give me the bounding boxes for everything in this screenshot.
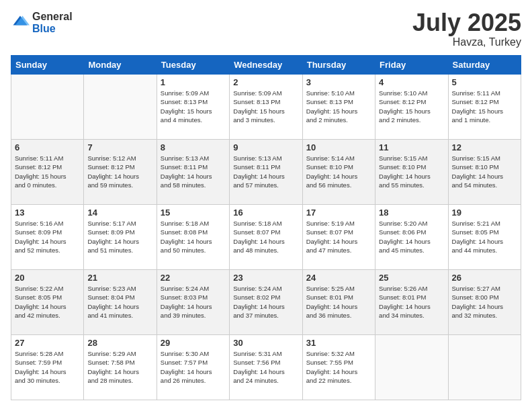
table-row: 11Sunrise: 5:15 AM Sunset: 8:10 PM Dayli… [375,140,448,205]
header-sunday: Sunday [11,56,84,75]
table-row: 31Sunrise: 5:32 AM Sunset: 7:55 PM Dayli… [302,335,375,400]
day-info: Sunrise: 5:15 AM Sunset: 8:10 PM Dayligh… [379,154,444,189]
day-info: Sunrise: 5:27 AM Sunset: 8:00 PM Dayligh… [452,284,517,320]
table-row: 2Sunrise: 5:09 AM Sunset: 8:13 PM Daylig… [230,75,302,140]
day-number: 4 [379,77,444,87]
table-row: 7Sunrise: 5:12 AM Sunset: 8:12 PM Daylig… [84,140,157,205]
day-info: Sunrise: 5:31 AM Sunset: 7:56 PM Dayligh… [233,349,298,385]
day-number: 23 [233,273,298,283]
day-info: Sunrise: 5:20 AM Sunset: 8:06 PM Dayligh… [379,219,444,255]
day-number: 31 [306,338,371,348]
day-info: Sunrise: 5:32 AM Sunset: 7:55 PM Dayligh… [306,349,371,385]
calendar-week-row: 27Sunrise: 5:28 AM Sunset: 7:59 PM Dayli… [11,335,521,400]
day-number: 13 [15,208,80,218]
day-number: 17 [306,208,371,218]
title-area: July 2025 Havza, Turkey [412,11,521,48]
day-number: 22 [161,273,226,283]
table-row: 24Sunrise: 5:25 AM Sunset: 8:01 PM Dayli… [302,270,375,335]
day-info: Sunrise: 5:30 AM Sunset: 7:57 PM Dayligh… [161,349,226,385]
day-number: 26 [452,273,517,283]
day-info: Sunrise: 5:19 AM Sunset: 8:07 PM Dayligh… [306,219,371,255]
day-info: Sunrise: 5:21 AM Sunset: 8:05 PM Dayligh… [452,219,517,255]
table-row: 8Sunrise: 5:13 AM Sunset: 8:11 PM Daylig… [157,140,229,205]
day-info: Sunrise: 5:13 AM Sunset: 8:11 PM Dayligh… [233,154,298,189]
day-info: Sunrise: 5:24 AM Sunset: 8:03 PM Dayligh… [161,284,226,320]
table-row [448,335,521,400]
table-row: 13Sunrise: 5:16 AM Sunset: 8:09 PM Dayli… [11,205,84,270]
header-thursday: Thursday [302,56,375,75]
header-tuesday: Tuesday [157,56,229,75]
table-row: 1Sunrise: 5:09 AM Sunset: 8:13 PM Daylig… [157,75,229,140]
calendar-table: Sunday Monday Tuesday Wednesday Thursday… [11,55,521,400]
table-row: 18Sunrise: 5:20 AM Sunset: 8:06 PM Dayli… [375,205,448,270]
day-number: 30 [233,338,298,348]
location: Havza, Turkey [412,36,521,48]
day-number: 2 [233,77,298,87]
day-number: 20 [15,273,80,283]
table-row: 29Sunrise: 5:30 AM Sunset: 7:57 PM Dayli… [157,335,229,400]
day-number: 12 [452,142,517,152]
table-row: 20Sunrise: 5:22 AM Sunset: 8:05 PM Dayli… [11,270,84,335]
day-number: 9 [233,142,298,152]
logo-blue: Blue [32,23,73,35]
table-row: 28Sunrise: 5:29 AM Sunset: 7:58 PM Dayli… [84,335,157,400]
calendar-week-row: 20Sunrise: 5:22 AM Sunset: 8:05 PM Dayli… [11,270,521,335]
day-info: Sunrise: 5:22 AM Sunset: 8:05 PM Dayligh… [15,284,80,320]
day-number: 6 [15,142,80,152]
day-info: Sunrise: 5:09 AM Sunset: 8:13 PM Dayligh… [233,89,298,124]
table-row: 21Sunrise: 5:23 AM Sunset: 8:04 PM Dayli… [84,270,157,335]
day-number: 3 [306,77,371,87]
day-info: Sunrise: 5:18 AM Sunset: 8:07 PM Dayligh… [233,219,298,255]
table-row [84,75,157,140]
table-row: 19Sunrise: 5:21 AM Sunset: 8:05 PM Dayli… [448,205,521,270]
day-info: Sunrise: 5:14 AM Sunset: 8:10 PM Dayligh… [306,154,371,189]
day-info: Sunrise: 5:13 AM Sunset: 8:11 PM Dayligh… [161,154,226,189]
day-info: Sunrise: 5:28 AM Sunset: 7:59 PM Dayligh… [15,349,80,385]
day-info: Sunrise: 5:25 AM Sunset: 8:01 PM Dayligh… [306,284,371,320]
day-info: Sunrise: 5:26 AM Sunset: 8:01 PM Dayligh… [379,284,444,320]
day-info: Sunrise: 5:29 AM Sunset: 7:58 PM Dayligh… [87,349,152,385]
day-number: 15 [161,208,226,218]
day-number: 1 [161,77,226,87]
calendar-week-row: 1Sunrise: 5:09 AM Sunset: 8:13 PM Daylig… [11,75,521,140]
calendar-week-row: 13Sunrise: 5:16 AM Sunset: 8:09 PM Dayli… [11,205,521,270]
header-monday: Monday [84,56,157,75]
table-row: 23Sunrise: 5:24 AM Sunset: 8:02 PM Dayli… [230,270,302,335]
table-row: 5Sunrise: 5:11 AM Sunset: 8:12 PM Daylig… [448,75,521,140]
day-info: Sunrise: 5:10 AM Sunset: 8:12 PM Dayligh… [379,89,444,124]
table-row: 17Sunrise: 5:19 AM Sunset: 8:07 PM Dayli… [302,205,375,270]
day-number: 27 [15,338,80,348]
day-number: 21 [87,273,152,283]
header-wednesday: Wednesday [230,56,302,75]
table-row: 6Sunrise: 5:11 AM Sunset: 8:12 PM Daylig… [11,140,84,205]
logo-general: General [32,11,73,23]
day-number: 7 [87,142,152,152]
weekday-header-row: Sunday Monday Tuesday Wednesday Thursday… [11,56,521,75]
logo-text: General Blue [32,11,73,34]
day-info: Sunrise: 5:09 AM Sunset: 8:13 PM Dayligh… [161,89,226,124]
day-number: 28 [87,338,152,348]
day-number: 16 [233,208,298,218]
day-info: Sunrise: 5:12 AM Sunset: 8:12 PM Dayligh… [87,154,152,189]
day-number: 24 [306,273,371,283]
table-row: 25Sunrise: 5:26 AM Sunset: 8:01 PM Dayli… [375,270,448,335]
table-row: 3Sunrise: 5:10 AM Sunset: 8:13 PM Daylig… [302,75,375,140]
header-friday: Friday [375,56,448,75]
table-row: 12Sunrise: 5:15 AM Sunset: 8:10 PM Dayli… [448,140,521,205]
calendar-week-row: 6Sunrise: 5:11 AM Sunset: 8:12 PM Daylig… [11,140,521,205]
table-row: 22Sunrise: 5:24 AM Sunset: 8:03 PM Dayli… [157,270,229,335]
day-info: Sunrise: 5:17 AM Sunset: 8:09 PM Dayligh… [87,219,152,255]
day-info: Sunrise: 5:24 AM Sunset: 8:02 PM Dayligh… [233,284,298,320]
table-row: 14Sunrise: 5:17 AM Sunset: 8:09 PM Dayli… [84,205,157,270]
table-row: 30Sunrise: 5:31 AM Sunset: 7:56 PM Dayli… [230,335,302,400]
day-info: Sunrise: 5:16 AM Sunset: 8:09 PM Dayligh… [15,219,80,255]
table-row [11,75,84,140]
day-info: Sunrise: 5:18 AM Sunset: 8:08 PM Dayligh… [161,219,226,255]
page: General Blue July 2025 Havza, Turkey Sun… [0,0,532,411]
logo-icon [11,13,30,32]
day-number: 11 [379,142,444,152]
table-row: 27Sunrise: 5:28 AM Sunset: 7:59 PM Dayli… [11,335,84,400]
table-row: 15Sunrise: 5:18 AM Sunset: 8:08 PM Dayli… [157,205,229,270]
logo: General Blue [11,11,73,34]
day-info: Sunrise: 5:11 AM Sunset: 8:12 PM Dayligh… [452,89,517,124]
